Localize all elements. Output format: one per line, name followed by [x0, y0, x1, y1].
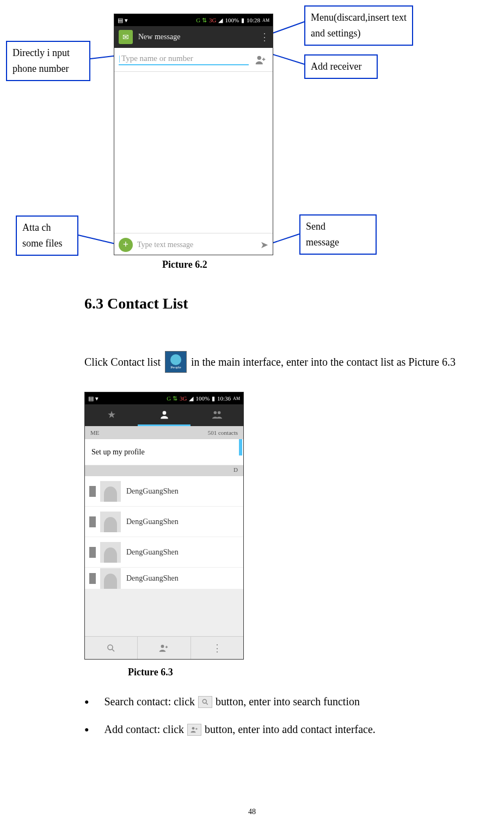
contact-name: DengGuangShen	[126, 487, 179, 496]
add-receiver-icon[interactable]	[253, 52, 268, 67]
am-label: AM	[262, 18, 269, 23]
svg-line-13	[206, 703, 208, 704]
me-row: ME 501 contacts	[85, 426, 243, 439]
source-icon	[89, 486, 96, 497]
battery-label: 100%	[195, 395, 210, 402]
messaging-icon[interactable]: ✉	[119, 30, 133, 44]
callout-attach: Atta ch some files	[16, 216, 78, 256]
avatar	[100, 481, 121, 502]
svg-point-14	[192, 727, 195, 730]
contact-row[interactable]: DengGuangShen	[85, 568, 243, 589]
network-label: 3G	[209, 17, 216, 23]
caption-6-2: Picture 6.2	[162, 259, 207, 270]
bullet-marker: ●	[84, 725, 89, 734]
callout-menu: Menu(discard,insert text and settings)	[304, 5, 413, 46]
tabs-row: ★	[85, 404, 243, 426]
send-icon[interactable]: ➤	[260, 239, 268, 251]
avatar	[100, 512, 121, 532]
screenshot-contacts: ▤ ▾ G ⇅ 3G ◢ 100% ▮ 10:36 AM ★ ME 501 co…	[84, 392, 244, 660]
tab-contacts[interactable]	[138, 404, 190, 426]
svg-point-12	[202, 699, 206, 703]
callout-direct-input: Directly i nput phone number	[6, 41, 90, 81]
search-button[interactable]	[85, 637, 138, 659]
people-label: People	[170, 365, 181, 370]
battery-icon: ▮	[212, 395, 215, 402]
callout-text: Menu(discard,insert text and settings)	[311, 12, 407, 39]
bullet-marker: ●	[84, 698, 89, 706]
bottom-bar: ⋮	[85, 636, 243, 659]
status-bar: ▤ ▾ G ⇅ 3G ◢ 100% ▮ 10:36 AM	[85, 392, 243, 404]
svg-line-10	[112, 649, 114, 651]
app-header: ✉ New message ⋮	[114, 26, 273, 48]
me-label: ME	[90, 429, 100, 436]
wifi-icon: ▾	[125, 17, 128, 24]
header-title: New message	[138, 33, 180, 41]
source-icon	[89, 547, 96, 558]
recipient-row: |Type name or number	[114, 48, 273, 72]
message-body-area[interactable]	[114, 72, 273, 233]
battery-icon: ▮	[241, 17, 244, 24]
svg-point-5	[257, 56, 261, 59]
callout-text: some files	[22, 238, 63, 249]
callout-text: message	[306, 237, 339, 248]
avatar	[100, 568, 121, 589]
section-letter: D	[85, 465, 243, 476]
battery-label: 100%	[225, 17, 239, 23]
contacts-count: 501 contacts	[208, 429, 238, 436]
contact-name: DengGuangShen	[126, 574, 179, 583]
intro-before: Click Contact list	[84, 356, 161, 368]
add-contact-icon	[187, 724, 201, 736]
section-heading: 6.3 Contact List	[84, 295, 188, 312]
bullet-text: button, enter into add contact interface…	[205, 723, 376, 736]
screenshot-new-message: ▤ ▾ G ⇅ 3G ◢ 100% ▮ 10:28 AM ✉ New messa…	[114, 14, 273, 255]
overflow-button[interactable]: ⋮	[191, 637, 243, 659]
callout-text: Atta ch	[22, 222, 51, 233]
compose-placeholder: Type text message	[137, 241, 193, 249]
time-label: 10:28	[247, 17, 260, 23]
bullet-text: Search contact: click	[104, 695, 195, 708]
contact-name: DengGuangShen	[126, 548, 179, 557]
svg-line-1	[269, 53, 304, 64]
svg-point-6	[162, 411, 166, 415]
contact-row[interactable]: DengGuangShen	[85, 476, 243, 507]
sim-icon: ▤	[88, 395, 94, 402]
sim-icon: ▤	[118, 17, 123, 24]
source-icon	[89, 573, 96, 584]
status-bar: ▤ ▾ G ⇅ 3G ◢ 100% ▮ 10:28 AM	[114, 14, 273, 26]
attach-icon[interactable]: +	[119, 238, 133, 252]
svg-line-0	[271, 22, 304, 34]
contact-row[interactable]: DengGuangShen	[85, 537, 243, 568]
callout-text: Send	[306, 221, 325, 232]
intro-after: in the main interface, enter into the co…	[191, 356, 456, 368]
svg-point-11	[161, 644, 164, 648]
bullet-add: ● Add contact: click button, enter into …	[84, 723, 376, 736]
intro-text: Click Contact list People in the main in…	[84, 351, 503, 373]
source-icon	[89, 516, 96, 527]
add-contact-button[interactable]	[138, 637, 190, 659]
callout-text: Directly i nput	[13, 47, 70, 58]
bullet-list: ● Search contact: click button, enter in…	[84, 695, 376, 751]
contact-row[interactable]: DengGuangShen	[85, 507, 243, 537]
people-app-icon: People	[165, 351, 187, 373]
compose-row: + Type text message ➤	[114, 233, 273, 255]
avatar	[100, 542, 121, 563]
tab-favorites[interactable]: ★	[85, 404, 138, 426]
svg-point-8	[217, 411, 220, 414]
search-icon	[198, 696, 212, 708]
callout-send: Send message	[299, 214, 377, 255]
tab-groups[interactable]	[190, 404, 243, 426]
callout-add-receiver: Add receiver	[304, 54, 378, 79]
callout-text: Add receiver	[311, 61, 361, 72]
recipient-input[interactable]: |Type name or number	[119, 54, 249, 65]
svg-point-7	[213, 411, 217, 414]
profile-setup-label: Set up my profile	[91, 448, 145, 457]
callout-text: phone number	[13, 63, 69, 74]
contact-name: DengGuangShen	[126, 518, 179, 526]
scroll-indicator[interactable]	[239, 439, 242, 455]
profile-setup-row[interactable]: Set up my profile	[85, 439, 243, 465]
compose-input[interactable]: Type text message	[137, 241, 260, 249]
page-number: 48	[248, 808, 256, 816]
bullet-text: Add contact: click	[104, 723, 184, 736]
menu-icon[interactable]: ⋮	[260, 31, 268, 43]
network-label: 3G	[180, 395, 187, 402]
